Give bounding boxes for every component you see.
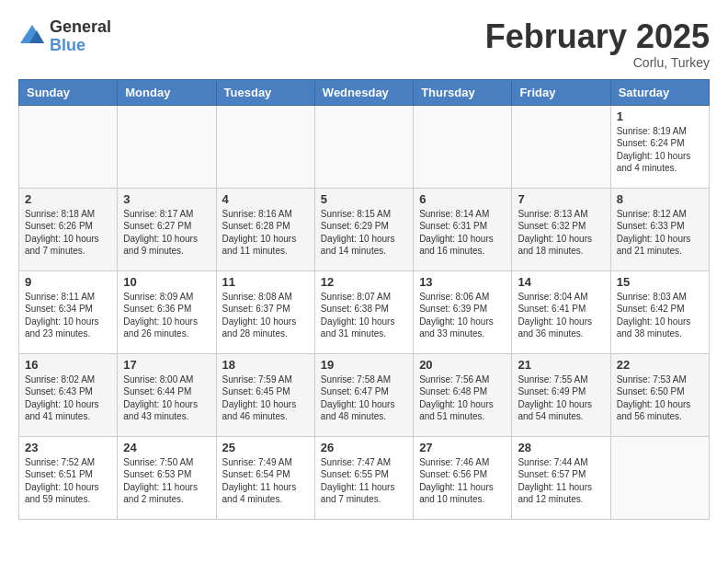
day-info: Sunrise: 7:52 AM Sunset: 6:51 PM Dayligh…	[25, 456, 111, 506]
calendar-week-row: 23Sunrise: 7:52 AM Sunset: 6:51 PM Dayli…	[19, 436, 710, 519]
calendar-cell	[118, 105, 216, 188]
day-info: Sunrise: 8:19 AM Sunset: 6:24 PM Dayligh…	[617, 125, 703, 175]
day-info: Sunrise: 8:11 AM Sunset: 6:34 PM Dayligh…	[25, 291, 111, 340]
calendar-cell: 26Sunrise: 7:47 AM Sunset: 6:55 PM Dayli…	[314, 436, 413, 519]
day-number: 17	[123, 358, 210, 372]
column-header-tuesday: Tuesday	[216, 79, 314, 105]
calendar-week-row: 16Sunrise: 8:02 AM Sunset: 6:43 PM Dayli…	[19, 353, 710, 436]
day-number: 18	[222, 358, 309, 372]
calendar-cell: 9Sunrise: 8:11 AM Sunset: 6:34 PM Daylig…	[19, 270, 118, 353]
calendar-cell: 13Sunrise: 8:06 AM Sunset: 6:39 PM Dayli…	[414, 270, 512, 353]
month-title: February 2025	[485, 18, 710, 55]
calendar-cell	[19, 105, 118, 188]
calendar-table: SundayMondayTuesdayWednesdayThursdayFrid…	[18, 79, 710, 520]
day-info: Sunrise: 8:17 AM Sunset: 6:27 PM Dayligh…	[123, 208, 210, 258]
day-number: 26	[321, 441, 407, 454]
calendar-cell: 3Sunrise: 8:17 AM Sunset: 6:27 PM Daylig…	[118, 188, 216, 270]
day-info: Sunrise: 8:04 AM Sunset: 6:41 PM Dayligh…	[518, 291, 604, 340]
calendar-cell: 12Sunrise: 8:07 AM Sunset: 6:38 PM Dayli…	[314, 270, 413, 353]
calendar-cell: 25Sunrise: 7:49 AM Sunset: 6:54 PM Dayli…	[216, 436, 314, 519]
day-number: 22	[617, 358, 703, 372]
calendar-cell: 27Sunrise: 7:46 AM Sunset: 6:56 PM Dayli…	[414, 436, 512, 519]
day-number: 13	[419, 275, 506, 289]
day-info: Sunrise: 7:46 AM Sunset: 6:56 PM Dayligh…	[419, 456, 506, 506]
title-block: February 2025 Corlu, Turkey	[485, 18, 710, 70]
calendar-header-row: SundayMondayTuesdayWednesdayThursdayFrid…	[19, 79, 710, 105]
calendar-cell: 7Sunrise: 8:13 AM Sunset: 6:32 PM Daylig…	[512, 188, 610, 270]
day-info: Sunrise: 8:03 AM Sunset: 6:42 PM Dayligh…	[617, 291, 703, 340]
day-info: Sunrise: 8:00 AM Sunset: 6:44 PM Dayligh…	[123, 373, 210, 423]
calendar-cell: 10Sunrise: 8:09 AM Sunset: 6:36 PM Dayli…	[118, 270, 216, 353]
day-info: Sunrise: 8:16 AM Sunset: 6:28 PM Dayligh…	[222, 208, 309, 258]
day-info: Sunrise: 7:58 AM Sunset: 6:47 PM Dayligh…	[321, 373, 407, 423]
logo-blue-text: Blue	[50, 36, 85, 54]
calendar-cell	[512, 105, 610, 188]
day-number: 23	[25, 441, 111, 454]
column-header-friday: Friday	[512, 79, 610, 105]
day-info: Sunrise: 8:09 AM Sunset: 6:36 PM Dayligh…	[123, 291, 210, 340]
column-header-sunday: Sunday	[19, 79, 118, 105]
calendar-cell: 21Sunrise: 7:55 AM Sunset: 6:49 PM Dayli…	[512, 353, 610, 436]
location-subtitle: Corlu, Turkey	[485, 55, 710, 70]
day-number: 19	[321, 358, 407, 372]
day-number: 11	[222, 275, 309, 289]
day-info: Sunrise: 7:50 AM Sunset: 6:53 PM Dayligh…	[123, 456, 210, 506]
day-number: 25	[222, 441, 309, 454]
calendar-cell: 6Sunrise: 8:14 AM Sunset: 6:31 PM Daylig…	[414, 188, 512, 270]
day-number: 20	[419, 358, 506, 372]
day-number: 3	[123, 192, 210, 206]
calendar-week-row: 2Sunrise: 8:18 AM Sunset: 6:26 PM Daylig…	[19, 188, 710, 270]
logo: General Blue	[18, 18, 111, 55]
day-info: Sunrise: 8:14 AM Sunset: 6:31 PM Dayligh…	[419, 208, 506, 258]
calendar-cell: 16Sunrise: 8:02 AM Sunset: 6:43 PM Dayli…	[19, 353, 118, 436]
column-header-wednesday: Wednesday	[314, 79, 413, 105]
day-number: 4	[222, 192, 309, 206]
calendar-cell: 11Sunrise: 8:08 AM Sunset: 6:37 PM Dayli…	[216, 270, 314, 353]
day-info: Sunrise: 8:08 AM Sunset: 6:37 PM Dayligh…	[222, 291, 309, 340]
day-info: Sunrise: 8:13 AM Sunset: 6:32 PM Dayligh…	[518, 208, 604, 258]
day-number: 7	[518, 192, 604, 206]
calendar-cell: 5Sunrise: 8:15 AM Sunset: 6:29 PM Daylig…	[314, 188, 413, 270]
calendar-week-row: 1Sunrise: 8:19 AM Sunset: 6:24 PM Daylig…	[19, 105, 710, 188]
day-info: Sunrise: 7:53 AM Sunset: 6:50 PM Dayligh…	[617, 373, 703, 423]
day-number: 21	[518, 358, 604, 372]
day-number: 12	[321, 275, 407, 289]
calendar-cell	[216, 105, 314, 188]
day-info: Sunrise: 7:59 AM Sunset: 6:45 PM Dayligh…	[222, 373, 309, 423]
column-header-thursday: Thursday	[414, 79, 512, 105]
day-number: 8	[617, 192, 703, 206]
day-info: Sunrise: 7:56 AM Sunset: 6:48 PM Dayligh…	[419, 373, 506, 423]
calendar-cell: 18Sunrise: 7:59 AM Sunset: 6:45 PM Dayli…	[216, 353, 314, 436]
calendar-cell: 23Sunrise: 7:52 AM Sunset: 6:51 PM Dayli…	[19, 436, 118, 519]
column-header-saturday: Saturday	[610, 79, 709, 105]
day-number: 9	[25, 275, 111, 289]
day-info: Sunrise: 7:55 AM Sunset: 6:49 PM Dayligh…	[518, 373, 604, 423]
calendar-cell: 8Sunrise: 8:12 AM Sunset: 6:33 PM Daylig…	[610, 188, 709, 270]
column-header-monday: Monday	[118, 79, 216, 105]
day-number: 24	[123, 441, 210, 454]
day-info: Sunrise: 8:02 AM Sunset: 6:43 PM Dayligh…	[25, 373, 111, 423]
calendar-cell: 24Sunrise: 7:50 AM Sunset: 6:53 PM Dayli…	[118, 436, 216, 519]
logo-general-text: General	[50, 17, 111, 36]
calendar-cell: 22Sunrise: 7:53 AM Sunset: 6:50 PM Dayli…	[610, 353, 709, 436]
day-number: 10	[123, 275, 210, 289]
calendar-cell: 14Sunrise: 8:04 AM Sunset: 6:41 PM Dayli…	[512, 270, 610, 353]
calendar-cell	[414, 105, 512, 188]
day-number: 2	[25, 192, 111, 206]
day-info: Sunrise: 8:12 AM Sunset: 6:33 PM Dayligh…	[617, 208, 703, 258]
day-info: Sunrise: 8:07 AM Sunset: 6:38 PM Dayligh…	[321, 291, 407, 340]
day-number: 6	[419, 192, 506, 206]
day-number: 16	[25, 358, 111, 372]
day-number: 15	[617, 275, 703, 289]
day-number: 1	[617, 109, 703, 123]
logo-icon	[18, 23, 46, 51]
calendar-cell: 19Sunrise: 7:58 AM Sunset: 6:47 PM Dayli…	[314, 353, 413, 436]
day-number: 14	[518, 275, 604, 289]
day-info: Sunrise: 8:06 AM Sunset: 6:39 PM Dayligh…	[419, 291, 506, 340]
day-info: Sunrise: 8:15 AM Sunset: 6:29 PM Dayligh…	[321, 208, 407, 258]
day-number: 27	[419, 441, 506, 454]
day-info: Sunrise: 7:47 AM Sunset: 6:55 PM Dayligh…	[321, 456, 407, 506]
calendar-week-row: 9Sunrise: 8:11 AM Sunset: 6:34 PM Daylig…	[19, 270, 710, 353]
day-number: 28	[518, 441, 604, 454]
calendar-cell: 28Sunrise: 7:44 AM Sunset: 6:57 PM Dayli…	[512, 436, 610, 519]
